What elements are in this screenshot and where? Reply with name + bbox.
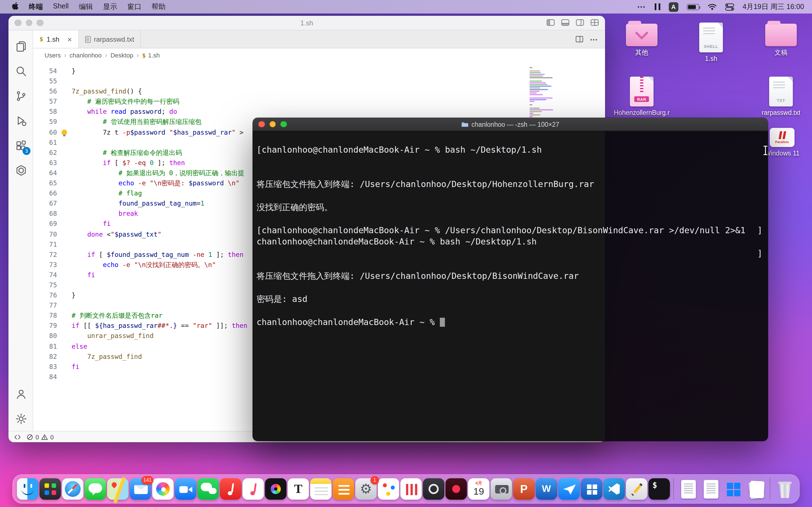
remote-indicator-icon[interactable] <box>14 434 21 440</box>
menu-窗口[interactable]: 窗口 <box>122 2 147 11</box>
code-line[interactable]: 54} <box>33 66 605 76</box>
code-text: while read password; do <box>57 107 177 117</box>
node-graph-app-dock-icon[interactable] <box>378 478 399 500</box>
desktop-icon-folder-other[interactable]: 其他 <box>612 24 671 57</box>
pencil-editor-app-dock-icon[interactable] <box>626 478 647 500</box>
terminal-row <box>257 282 765 293</box>
ellipsis-status-icon[interactable]: ⋯ <box>637 2 646 12</box>
music-red-app-dock-icon[interactable] <box>220 478 241 500</box>
safari-dock-icon[interactable] <box>62 478 84 500</box>
breadcrumb-separator-icon: › <box>64 52 66 59</box>
apple-menu[interactable] <box>7 2 24 12</box>
tab-1.sh[interactable]: $1.sh× <box>33 31 79 48</box>
media-dark-app-dock-icon[interactable] <box>446 478 467 500</box>
breadcrumb-item-chanlonhoo[interactable]: chanlonhoo <box>70 52 102 59</box>
run-debug-icon[interactable] <box>8 108 33 133</box>
breadcrumb-item-Users[interactable]: Users <box>45 52 61 59</box>
breadcrumb-item-Desktop[interactable]: Desktop <box>110 52 133 59</box>
toggle-primary-sidebar-icon[interactable] <box>546 18 555 28</box>
menu-显示[interactable]: 显示 <box>98 2 122 11</box>
close-window-button[interactable] <box>15 20 21 26</box>
document-file-dock-icon[interactable] <box>677 478 699 500</box>
account-icon[interactable] <box>8 381 33 406</box>
minimap[interactable] <box>529 62 577 119</box>
code-line[interactable]: 55 <box>33 76 605 86</box>
menu-编辑[interactable]: 编辑 <box>74 2 98 11</box>
battery-icon[interactable] <box>687 4 699 10</box>
word-dock-icon[interactable]: W <box>536 478 557 500</box>
settings-icon[interactable] <box>8 406 33 431</box>
control-center-icon[interactable] <box>725 3 734 10</box>
split-editor-icon[interactable] <box>576 36 583 42</box>
code-line[interactable]: 58 while read password; do <box>33 107 605 117</box>
lightbulb-icon[interactable] <box>61 129 67 135</box>
zoom-window-button[interactable] <box>280 121 287 128</box>
launchpad-dock-icon[interactable] <box>40 478 61 500</box>
apple-music-dock-icon[interactable] <box>243 478 264 500</box>
desktop-icon-file-1sh[interactable]: SHELL1.sh <box>682 22 741 63</box>
calendar-dock-icon[interactable]: 4月19 <box>468 478 490 500</box>
line-number: 60 <box>33 127 57 137</box>
tab-bar: $1.sh×rarpasswd.txt ⋯ <box>33 31 605 48</box>
extensions-icon[interactable]: 3 <box>8 133 33 158</box>
trash-dock-icon[interactable] <box>774 478 795 500</box>
photos-dock-icon[interactable] <box>152 478 174 500</box>
vscode-dock-icon[interactable] <box>603 478 625 500</box>
problems-indicator[interactable]: 0 0 <box>27 434 54 440</box>
code-line[interactable]: 57 # 遍历密码文件中的每一行密码 <box>33 97 605 107</box>
camera-grey-app-dock-icon[interactable] <box>491 478 512 500</box>
notes-dock-icon[interactable] <box>310 478 332 500</box>
more-actions-icon[interactable]: ⋯ <box>590 35 598 44</box>
dark-ring-app-dock-icon[interactable] <box>265 478 287 500</box>
orange-list-app-dock-icon[interactable] <box>333 478 354 500</box>
parallels-status-icon[interactable] <box>655 3 660 10</box>
source-control-icon[interactable] <box>8 83 33 108</box>
toggle-panel-icon[interactable] <box>561 18 569 28</box>
menu-Shell[interactable]: Shell <box>48 2 74 11</box>
txt-file-dock-icon[interactable] <box>700 478 721 500</box>
maps-dock-icon[interactable] <box>107 478 129 500</box>
menubar-clock[interactable]: 4月19日 周三 16:00 <box>743 2 804 11</box>
terminal-app-dock-icon[interactable]: $ <box>649 478 670 500</box>
close-window-button[interactable] <box>258 121 265 128</box>
input-source-icon[interactable]: A <box>669 2 678 11</box>
customize-layout-icon[interactable] <box>591 18 599 28</box>
close-tab-icon[interactable]: × <box>67 35 72 43</box>
desktop-icon-file-rarpasswd-txt[interactable]: TXTrarpasswd.txt <box>752 76 810 117</box>
video-app-dock-icon[interactable] <box>175 478 196 500</box>
terminal-window[interactable]: chanlonhoo — -zsh — 100×27 [chanlonhoo@c… <box>253 118 768 441</box>
blue-grid-app-dock-icon[interactable] <box>581 478 602 500</box>
minimize-window-button[interactable] <box>26 20 32 26</box>
red-bars-app-dock-icon[interactable] <box>400 478 422 500</box>
explorer-icon[interactable] <box>8 34 33 59</box>
search-icon[interactable] <box>8 59 33 83</box>
desktop-icon-folder-documents[interactable]: 文稿 <box>752 24 810 57</box>
minimize-window-button[interactable] <box>269 121 276 128</box>
blue-send-app-dock-icon[interactable] <box>558 478 580 500</box>
powerpoint-dock-icon[interactable]: P <box>513 478 535 500</box>
wifi-icon[interactable] <box>708 3 717 10</box>
finder-dock-icon[interactable] <box>17 478 38 500</box>
vscode-titlebar[interactable]: 1.sh <box>8 16 605 31</box>
minimap-line <box>529 72 541 73</box>
wechat-dock-icon[interactable] <box>197 478 219 500</box>
terminal-output-area[interactable]: [chanlonhoo@chanlondeMacBook-Air ~ % bas… <box>253 131 768 441</box>
camera-dark-app-dock-icon[interactable] <box>423 478 444 500</box>
chatgpt-icon[interactable] <box>8 158 33 182</box>
mail-dock-icon[interactable]: 141 <box>130 478 151 500</box>
menu-帮助[interactable]: 帮助 <box>147 2 171 11</box>
system-settings-dock-icon[interactable]: ⚙1 <box>355 478 377 500</box>
messages-dock-icon[interactable] <box>85 478 106 500</box>
typora-dock-icon[interactable]: T <box>288 478 309 500</box>
windows-11-vm-dock-icon[interactable] <box>722 478 744 500</box>
tab-rarpasswd.txt[interactable]: rarpasswd.txt <box>79 31 141 48</box>
app-menu-terminal[interactable]: 终端 <box>24 2 48 11</box>
terminal-titlebar[interactable]: chanlonhoo — -zsh — 100×27 <box>253 118 768 131</box>
breadcrumb-item-1.sh[interactable]: 1.sh <box>148 52 160 59</box>
terminal-text: chanlonhoo@chanlondeMacBook-Air ~ % bash… <box>257 237 537 247</box>
code-line[interactable]: 567z_passwd_find() { <box>33 86 605 96</box>
zoom-window-button[interactable] <box>37 20 43 26</box>
toggle-secondary-sidebar-icon[interactable] <box>576 18 584 28</box>
paper-stack-dock-icon[interactable] <box>745 478 766 500</box>
minimap-line <box>529 91 540 92</box>
